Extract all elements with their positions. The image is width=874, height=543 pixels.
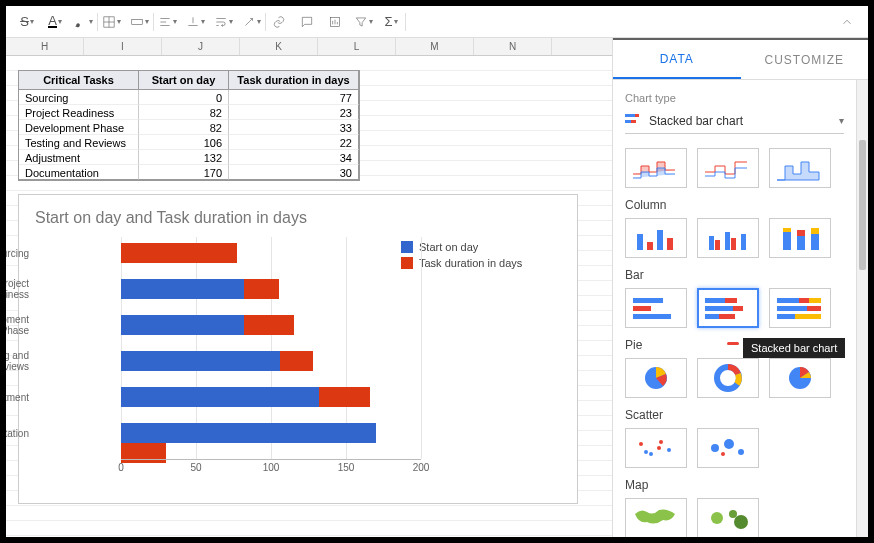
svg-rect-20: [811, 228, 819, 234]
svg-rect-14: [741, 234, 746, 250]
thumb-scatter-2[interactable]: [697, 428, 759, 468]
tab-data[interactable]: DATA: [613, 40, 741, 79]
chart-bar: [121, 243, 237, 263]
svg-point-45: [657, 446, 661, 450]
svg-rect-35: [777, 314, 795, 319]
rotate-button[interactable]: ▾: [238, 9, 264, 35]
section-map: Map: [625, 478, 844, 492]
table-row[interactable]: Project Readiness8223: [19, 105, 359, 120]
text-color-button[interactable]: A▾: [42, 9, 68, 35]
wrap-button[interactable]: ▾: [210, 9, 236, 35]
legend-start: Start on day: [419, 241, 478, 253]
cell-dur: 30: [229, 165, 359, 180]
svg-rect-4: [625, 120, 631, 123]
spreadsheet[interactable]: HIJKLMN Critical Tasks Start on day Task…: [6, 38, 612, 537]
thumb-col-1[interactable]: [625, 218, 687, 258]
chart-bar: [121, 387, 370, 407]
thumb-step-1[interactable]: [625, 148, 687, 188]
thumb-pie-3[interactable]: [769, 358, 831, 398]
legend-dur: Task duration in days: [419, 257, 522, 269]
comment-button[interactable]: [294, 9, 320, 35]
strikethrough-button[interactable]: S▾: [14, 9, 40, 35]
col-header[interactable]: I: [84, 38, 162, 55]
merge-button[interactable]: ▾: [126, 9, 152, 35]
chart-ylabel: Sourcing: [6, 248, 29, 259]
cell-dur: 23: [229, 105, 359, 120]
cell-start: 106: [139, 135, 229, 150]
thumb-map-2[interactable]: [697, 498, 759, 537]
svg-rect-10: [709, 236, 714, 250]
svg-rect-9: [667, 238, 673, 250]
fill-color-button[interactable]: ▾: [70, 9, 96, 35]
toolbar: S▾ A▾ ▾ ▾ ▾ ▾ ▾ ▾ ▾ ▾ Σ▾: [6, 6, 868, 38]
column-headers: HIJKLMN: [6, 38, 612, 56]
cell-dur: 33: [229, 120, 359, 135]
borders-button[interactable]: ▾: [98, 9, 124, 35]
cell-task: Project Readiness: [19, 105, 139, 120]
thumb-pie-1[interactable]: [625, 358, 687, 398]
section-column: Column: [625, 198, 844, 212]
thumb-bar-1[interactable]: [625, 288, 687, 328]
chart-ylabel: DevelopmentPhase: [6, 314, 29, 336]
svg-rect-2: [625, 114, 635, 117]
thumb-bar-3[interactable]: [769, 288, 831, 328]
col-header[interactable]: K: [240, 38, 318, 55]
table-row[interactable]: Sourcing077: [19, 90, 359, 105]
chart-button[interactable]: [322, 9, 348, 35]
thumb-scatter-1[interactable]: [625, 428, 687, 468]
svg-rect-32: [809, 298, 821, 303]
functions-button[interactable]: Σ▾: [378, 9, 404, 35]
cell-start: 82: [139, 105, 229, 120]
svg-rect-3: [635, 114, 639, 117]
chart-plot: SourcingProjectReadinessDevelopmentPhase…: [35, 237, 401, 477]
svg-point-49: [721, 452, 725, 456]
table-row[interactable]: Documentation17030: [19, 165, 359, 180]
svg-point-44: [644, 450, 648, 454]
svg-rect-34: [807, 306, 821, 311]
svg-rect-31: [799, 298, 809, 303]
svg-rect-15: [783, 232, 791, 250]
chart-type-select[interactable]: Stacked bar chart ▾: [625, 108, 844, 134]
tooltip-stacked-bar: Stacked bar chart: [743, 338, 845, 358]
thumb-col-2[interactable]: [697, 218, 759, 258]
cell-dur: 22: [229, 135, 359, 150]
embedded-chart[interactable]: Start on day and Task duration in days S…: [18, 194, 578, 504]
thumb-bar-stacked[interactable]: Stacked bar chart: [697, 288, 759, 328]
table-row[interactable]: Development Phase8233: [19, 120, 359, 135]
thumb-step-2[interactable]: [697, 148, 759, 188]
svg-rect-0: [131, 19, 142, 24]
svg-rect-5: [631, 120, 636, 123]
th-start: Start on day: [139, 71, 229, 90]
svg-rect-17: [797, 236, 805, 250]
tab-customize[interactable]: CUSTOMIZE: [741, 40, 869, 79]
col-header[interactable]: N: [474, 38, 552, 55]
link-button[interactable]: [266, 9, 292, 35]
thumb-map-1[interactable]: [625, 498, 687, 537]
more-button[interactable]: [834, 9, 860, 35]
col-header[interactable]: M: [396, 38, 474, 55]
svg-rect-23: [633, 314, 671, 319]
filter-button[interactable]: ▾: [350, 9, 376, 35]
th-dur: Task duration in days: [229, 71, 359, 90]
svg-point-46: [711, 444, 719, 452]
align-h-button[interactable]: ▾: [154, 9, 180, 35]
svg-rect-26: [705, 306, 733, 311]
thumb-col-3[interactable]: [769, 218, 831, 258]
section-bar: Bar: [625, 268, 844, 282]
svg-point-43: [667, 448, 671, 452]
align-v-button[interactable]: ▾: [182, 9, 208, 35]
col-header[interactable]: J: [162, 38, 240, 55]
chart-legend: Start on day Task duration in days: [401, 237, 561, 477]
table-row[interactable]: Testing and Reviews10622: [19, 135, 359, 150]
svg-point-42: [659, 440, 663, 444]
svg-rect-13: [731, 238, 736, 250]
col-header[interactable]: L: [318, 38, 396, 55]
thumb-step-3[interactable]: [769, 148, 831, 188]
thumb-pie-donut[interactable]: [697, 358, 759, 398]
panel-scrollbar[interactable]: [856, 80, 868, 537]
cell-dur: 34: [229, 150, 359, 165]
table-row[interactable]: Adjustment13234: [19, 150, 359, 165]
chart-ylabel: Testing andReviews: [6, 350, 29, 372]
svg-rect-29: [719, 314, 735, 319]
col-header[interactable]: H: [6, 38, 84, 55]
